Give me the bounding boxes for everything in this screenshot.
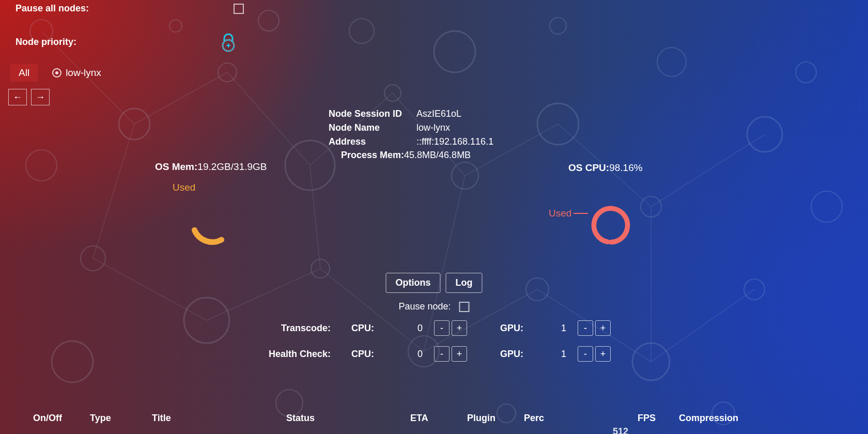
transcode-gpu-value: 1	[557, 323, 578, 334]
svg-point-29	[311, 259, 330, 278]
svg-line-15	[310, 165, 320, 269]
svg-point-43	[52, 341, 93, 382]
node-name-label: Node Name	[329, 122, 406, 133]
transcode-cpu-plus[interactable]: +	[452, 320, 467, 336]
gpu-label: GPU:	[500, 323, 557, 334]
session-id-label: Node Session ID	[329, 109, 406, 119]
svg-line-1	[134, 72, 227, 124]
col-perc: Perc	[524, 413, 638, 424]
svg-point-36	[349, 19, 374, 43]
col-fps: FPS	[638, 413, 679, 424]
log-button[interactable]: Log	[446, 273, 483, 293]
svg-point-33	[744, 279, 765, 300]
svg-point-32	[632, 343, 670, 380]
fps-subvalue: 512	[613, 426, 628, 434]
worker-config: Transcode: CPU: 0 - + GPU: 1 - + Health …	[248, 320, 613, 362]
svg-point-25	[641, 196, 661, 217]
svg-point-21	[285, 141, 335, 190]
transcode-cpu-minus[interactable]: -	[434, 320, 450, 336]
pause-node-checkbox[interactable]	[459, 302, 470, 312]
svg-point-42	[26, 150, 57, 181]
health-cpu-value: 0	[413, 349, 434, 360]
svg-point-24	[537, 103, 579, 145]
prev-button[interactable]: ←	[8, 89, 27, 105]
address-value: ::ffff:192.168.116.1	[416, 136, 493, 147]
tab-all[interactable]: All	[10, 64, 38, 82]
node-status-icon	[52, 68, 61, 78]
svg-point-38	[550, 18, 566, 34]
col-plugin: Plugin	[467, 413, 524, 424]
node-name-value: low-lynx	[416, 122, 450, 133]
svg-point-41	[811, 191, 842, 222]
tab-node-label: low-lynx	[66, 67, 101, 79]
svg-point-39	[657, 48, 686, 76]
os-mem-text: OS Mem:19.2GB/31.9GB	[155, 161, 267, 173]
address-label: Address	[329, 136, 406, 147]
os-cpu-used-label: Used	[549, 208, 588, 219]
pause-node-label: Pause node:	[398, 301, 451, 312]
jobs-table-header: On/Off Type Title Status ETA Plugin Perc…	[0, 413, 868, 424]
svg-line-9	[207, 269, 320, 320]
healthcheck-label: Health Check:	[248, 349, 351, 360]
cpu-label: CPU:	[351, 323, 413, 334]
svg-line-8	[93, 258, 207, 320]
svg-line-7	[651, 134, 765, 207]
svg-line-14	[93, 124, 134, 258]
svg-point-26	[747, 117, 782, 152]
options-button[interactable]: Options	[386, 273, 441, 293]
svg-point-35	[258, 10, 279, 31]
os-mem-gauge	[184, 194, 241, 251]
transcode-cpu-value: 0	[413, 323, 434, 334]
svg-line-2	[227, 72, 310, 165]
svg-point-22	[384, 85, 401, 101]
transcode-gpu-minus[interactable]: -	[578, 320, 593, 336]
svg-point-20	[218, 63, 237, 82]
svg-line-13	[651, 289, 754, 362]
transcode-gpu-plus[interactable]: +	[595, 320, 611, 336]
transcode-label: Transcode:	[248, 323, 351, 334]
svg-point-27	[81, 246, 105, 271]
svg-point-19	[119, 109, 150, 140]
svg-point-50	[591, 206, 630, 245]
tab-node-low-lynx[interactable]: low-lynx	[52, 67, 101, 79]
health-gpu-minus[interactable]: -	[578, 346, 593, 362]
background-network	[0, 0, 868, 434]
node-info: Node Session IDAszIE61oL Node Namelow-ly…	[329, 109, 493, 150]
health-cpu-minus[interactable]: -	[434, 346, 450, 362]
session-id-value: AszIE61oL	[416, 109, 461, 119]
col-status: Status	[286, 413, 410, 424]
next-button[interactable]: →	[31, 89, 50, 105]
svg-point-23	[452, 162, 478, 189]
svg-point-28	[184, 298, 229, 343]
health-cpu-plus[interactable]: +	[452, 346, 467, 362]
node-priority-label: Node priority:	[16, 37, 244, 48]
svg-point-31	[526, 278, 549, 301]
health-gpu-value: 1	[557, 349, 578, 360]
pause-all-label: Pause all nodes:	[16, 3, 89, 14]
os-mem-used-label: Used	[173, 182, 195, 193]
svg-point-40	[796, 62, 816, 83]
pause-all-checkbox[interactable]	[234, 4, 244, 14]
col-compression: Compression	[679, 413, 751, 424]
lock-icon	[217, 31, 240, 56]
col-eta: ETA	[410, 413, 467, 424]
col-type: Type	[90, 413, 152, 424]
col-onoff: On/Off	[33, 413, 90, 424]
svg-point-37	[434, 31, 475, 72]
process-mem: Process Mem:45.8MB/46.8MB	[341, 150, 471, 161]
col-title: Title	[152, 413, 286, 424]
os-cpu-text: OS CPU:98.16%	[568, 162, 643, 174]
health-gpu-plus[interactable]: +	[595, 346, 611, 362]
os-cpu-gauge	[586, 200, 636, 250]
